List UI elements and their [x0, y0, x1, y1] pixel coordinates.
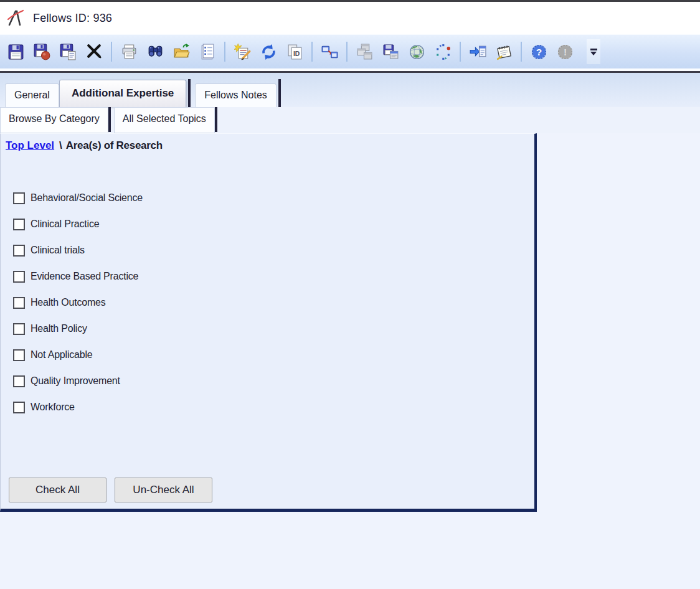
open-folder-button[interactable]	[168, 38, 194, 65]
svg-text:?: ?	[536, 47, 541, 57]
svg-text:!: !	[563, 47, 566, 57]
sync-icon	[434, 43, 452, 61]
web-icon	[408, 43, 426, 61]
related-windows-button[interactable]	[351, 38, 377, 65]
app-logo-icon	[6, 9, 25, 27]
toolbar: ID	[0, 34, 700, 68]
goto-record-button[interactable]	[465, 38, 491, 65]
tab-fellows-notes[interactable]: Fellows Notes	[195, 83, 276, 107]
report-icon	[199, 43, 217, 61]
save-all-windows-button[interactable]	[377, 38, 404, 65]
report-button[interactable]	[194, 38, 220, 65]
toolbar-separator	[521, 42, 522, 62]
web-button[interactable]	[404, 38, 430, 65]
print-icon	[120, 43, 138, 61]
checkbox-row[interactable]: Clinical trials	[1, 237, 534, 263]
app-window: Fellows ID: 936	[0, 0, 700, 589]
subtab-browse-by-category[interactable]: Browse By Category	[0, 107, 108, 133]
show-id-icon: ID	[286, 43, 304, 61]
delete-button[interactable]	[81, 38, 107, 65]
save-new-icon	[59, 43, 77, 61]
content-area: Top Level\Area(s) of Research Behavioral…	[0, 133, 700, 589]
notes-icon	[495, 43, 513, 61]
tab-separator	[188, 79, 191, 107]
sync-button[interactable]	[430, 38, 456, 65]
save-close-icon	[33, 43, 51, 61]
toolbar-separator	[460, 42, 461, 62]
checkbox[interactable]	[13, 375, 25, 387]
checkbox-row[interactable]: Health Policy	[1, 316, 534, 342]
find-icon	[146, 43, 164, 61]
chevron-down-icon	[590, 52, 597, 55]
help-icon: ?	[530, 43, 548, 61]
about-button[interactable]: !	[552, 38, 578, 65]
checkbox[interactable]	[13, 192, 25, 204]
checkbox[interactable]	[13, 349, 25, 361]
toolbar-separator	[111, 42, 112, 62]
save-close-button[interactable]	[29, 38, 55, 65]
breadcrumb: Top Level\Area(s) of Research	[1, 134, 534, 152]
transfer-button[interactable]	[316, 38, 343, 65]
print-button[interactable]	[116, 38, 142, 65]
subtab-separator	[215, 107, 217, 132]
open-folder-icon	[173, 43, 191, 61]
breadcrumb-current: Area(s) of Research	[66, 139, 163, 151]
svg-text:ID: ID	[293, 50, 300, 57]
uncheck-all-button[interactable]: Un-Check All	[115, 478, 212, 502]
save-button[interactable]	[2, 38, 29, 65]
checkbox-row[interactable]: Evidence Based Practice	[1, 263, 534, 290]
checkbox-row[interactable]: Health Outcomes	[1, 290, 534, 316]
subtab-separator	[108, 107, 111, 132]
toolbar-options-button[interactable]	[587, 39, 600, 64]
new-note-icon	[234, 43, 252, 61]
checkbox-row[interactable]: Quality Improvement	[1, 368, 534, 394]
about-icon: !	[556, 43, 574, 61]
delete-icon	[85, 43, 103, 61]
titlebar: Fellows ID: 936	[0, 2, 700, 34]
checkbox[interactable]	[13, 402, 25, 413]
related-windows-icon	[356, 43, 374, 61]
help-button[interactable]: ?	[526, 38, 552, 65]
checkbox-label: Clinical trials	[31, 245, 85, 256]
checkbox[interactable]	[13, 245, 25, 257]
breadcrumb-separator: \	[59, 139, 62, 151]
toolbar-bottom-border	[0, 68, 700, 73]
checkbox-row[interactable]: Behavioral/Social Science	[1, 185, 534, 211]
window-title: Fellows ID: 936	[33, 12, 112, 25]
transfer-icon	[321, 43, 339, 61]
check-all-button[interactable]: Check All	[9, 478, 106, 502]
checkbox-row[interactable]: Workforce	[1, 394, 534, 420]
goto-record-icon	[469, 43, 487, 61]
checkbox-label: Evidence Based Practice	[31, 271, 138, 282]
save-new-button[interactable]	[55, 38, 81, 65]
checkbox-row[interactable]: Clinical Practice	[1, 211, 534, 237]
subtab-all-selected-topics[interactable]: All Selected Topics	[114, 107, 215, 133]
breadcrumb-top-level-link[interactable]: Top Level	[6, 139, 54, 151]
checkbox-label: Workforce	[31, 402, 75, 413]
checkbox-label: Behavioral/Social Science	[31, 192, 143, 204]
tab-additional-expertise[interactable]: Additional Expertise	[59, 80, 186, 107]
checkbox-label: Health Outcomes	[31, 297, 106, 308]
checkbox[interactable]	[13, 323, 25, 335]
save-all-windows-icon	[382, 43, 400, 61]
category-panel: Top Level\Area(s) of Research Behavioral…	[0, 133, 537, 512]
checkbox[interactable]	[13, 219, 25, 230]
notes-button[interactable]	[491, 38, 517, 65]
checkbox-label: Health Policy	[31, 323, 87, 334]
refresh-icon	[260, 43, 278, 61]
new-note-button[interactable]	[229, 38, 255, 65]
find-button[interactable]	[142, 38, 168, 65]
checkbox-label: Quality Improvement	[31, 375, 120, 387]
tab-separator	[278, 79, 281, 107]
main-tabstrip: General Additional Expertise Fellows Not…	[0, 73, 700, 107]
toolbar-separator	[311, 42, 313, 62]
show-id-button[interactable]: ID	[281, 38, 308, 65]
refresh-button[interactable]	[255, 38, 281, 65]
topic-checklist: Behavioral/Social Science Clinical Pract…	[1, 185, 534, 420]
checkbox[interactable]	[13, 297, 25, 309]
checkbox-label: Not Applicable	[31, 349, 93, 360]
checkbox[interactable]	[13, 271, 25, 283]
tab-general[interactable]: General	[5, 83, 59, 107]
checkbox-row[interactable]: Not Applicable	[1, 342, 534, 368]
checkbox-label: Clinical Practice	[31, 219, 99, 230]
